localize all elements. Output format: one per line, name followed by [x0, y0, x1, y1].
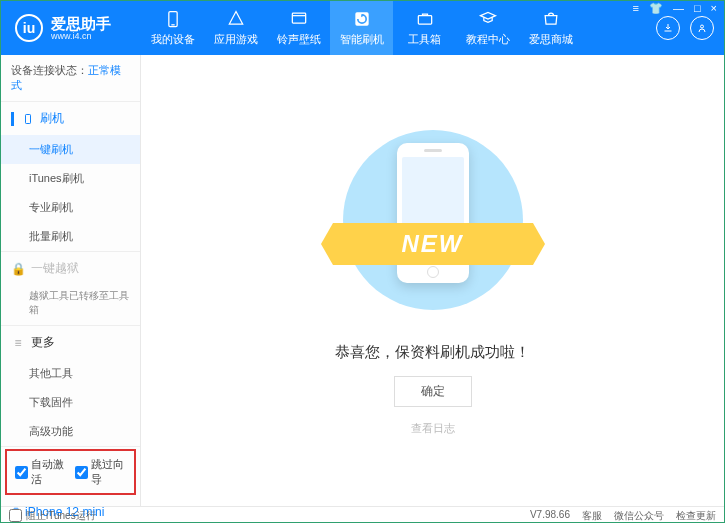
- svg-point-5: [701, 25, 704, 28]
- nav-label: 我的设备: [151, 32, 195, 47]
- checkbox-label: 跳过向导: [91, 457, 127, 487]
- logo-zone: iu 爱思助手 www.i4.cn: [1, 14, 141, 42]
- close-icon[interactable]: ×: [709, 2, 719, 15]
- checkbox-row: 自动激活 跳过向导: [5, 449, 136, 495]
- user-icon[interactable]: [690, 16, 714, 40]
- nav-label: 爱思商城: [529, 32, 573, 47]
- nav-tab-apps[interactable]: 应用游戏: [204, 1, 267, 55]
- app-url: www.i4.cn: [51, 31, 111, 41]
- checkbox-label: 阻止iTunes运行: [26, 509, 96, 523]
- nav-label: 铃声壁纸: [277, 32, 321, 47]
- skin-icon[interactable]: 👕: [647, 2, 665, 15]
- tutorial-icon: [478, 9, 498, 29]
- window-controls: ≡ 👕 — □ ×: [630, 2, 719, 15]
- ok-button[interactable]: 确定: [394, 376, 472, 407]
- nav-tab-store[interactable]: 爱思商城: [519, 1, 582, 55]
- nav-label: 工具箱: [408, 32, 441, 47]
- logo-icon: iu: [15, 14, 43, 42]
- wechat-link[interactable]: 微信公众号: [614, 509, 664, 523]
- nav-label: 教程中心: [466, 32, 510, 47]
- illustration: NEW: [323, 125, 543, 325]
- nav-tab-ringtone[interactable]: 铃声壁纸: [267, 1, 330, 55]
- new-banner: NEW: [333, 223, 533, 265]
- toolbox-icon: [415, 9, 435, 29]
- section-more-header[interactable]: ≡ 更多: [1, 326, 140, 359]
- sidebar-item-other-tools[interactable]: 其他工具: [1, 359, 140, 388]
- section-label: 更多: [31, 334, 55, 351]
- checkbox-input[interactable]: [75, 466, 88, 479]
- checkbox-input[interactable]: [9, 509, 22, 522]
- jailbreak-note: 越狱工具已转移至工具箱: [1, 285, 140, 325]
- block-itunes-checkbox[interactable]: 阻止iTunes运行: [9, 509, 96, 523]
- header-right: [656, 16, 724, 40]
- lock-icon: 🔒: [11, 262, 25, 276]
- svg-rect-6: [26, 114, 31, 123]
- service-link[interactable]: 客服: [582, 509, 602, 523]
- version-text: V7.98.66: [530, 509, 570, 523]
- checkbox-auto-activate[interactable]: 自动激活: [15, 457, 67, 487]
- sidebar-item-oneclick-flash[interactable]: 一键刷机: [1, 135, 140, 164]
- nav-tab-device[interactable]: 我的设备: [141, 1, 204, 55]
- store-icon: [541, 9, 561, 29]
- sidebar: 设备连接状态：正常模式 刷机 一键刷机 iTunes刷机 专业刷机 批量刷机 🔒…: [1, 55, 141, 506]
- svg-rect-4: [418, 16, 431, 24]
- nav-tabs: 我的设备 应用游戏 铃声壁纸 智能刷机 工具箱 教程中心 爱思商城: [141, 1, 656, 55]
- nav-label: 智能刷机: [340, 32, 384, 47]
- ringtone-icon: [289, 9, 309, 29]
- success-text: 恭喜您，保资料刷机成功啦！: [335, 343, 530, 362]
- minimize-icon[interactable]: —: [671, 2, 686, 15]
- top-header: iu 爱思助手 www.i4.cn 我的设备 应用游戏 铃声壁纸 智能刷机 工具…: [1, 1, 724, 55]
- view-log-link[interactable]: 查看日志: [411, 421, 455, 436]
- sidebar-item-download-firmware[interactable]: 下载固件: [1, 388, 140, 417]
- checkbox-input[interactable]: [15, 466, 28, 479]
- device-icon: [163, 9, 183, 29]
- flash-icon: [352, 9, 372, 29]
- sidebar-item-itunes-flash[interactable]: iTunes刷机: [1, 164, 140, 193]
- connection-status: 设备连接状态：正常模式: [1, 55, 140, 102]
- section-flash-header[interactable]: 刷机: [1, 102, 140, 135]
- checkbox-label: 自动激活: [31, 457, 67, 487]
- nav-label: 应用游戏: [214, 32, 258, 47]
- apps-icon: [226, 9, 246, 29]
- section-label: 一键越狱: [31, 260, 79, 277]
- sidebar-item-pro-flash[interactable]: 专业刷机: [1, 193, 140, 222]
- maximize-icon[interactable]: □: [692, 2, 703, 15]
- menu-icon[interactable]: ≡: [630, 2, 640, 15]
- sidebar-item-advanced[interactable]: 高级功能: [1, 417, 140, 446]
- nav-tab-tutorial[interactable]: 教程中心: [456, 1, 519, 55]
- nav-tab-toolbox[interactable]: 工具箱: [393, 1, 456, 55]
- section-label: 刷机: [40, 110, 64, 127]
- section-jailbreak-header: 🔒 一键越狱: [1, 252, 140, 285]
- checkbox-skip-guide[interactable]: 跳过向导: [75, 457, 127, 487]
- svg-rect-2: [292, 13, 305, 23]
- status-label: 设备连接状态：: [11, 64, 88, 76]
- sidebar-item-batch-flash[interactable]: 批量刷机: [1, 222, 140, 251]
- app-name: 爱思助手: [51, 16, 111, 31]
- nav-tab-flash[interactable]: 智能刷机: [330, 1, 393, 55]
- main-content: NEW 恭喜您，保资料刷机成功啦！ 确定 查看日志: [141, 55, 724, 506]
- update-link[interactable]: 检查更新: [676, 509, 716, 523]
- download-icon[interactable]: [656, 16, 680, 40]
- phone-icon: [22, 113, 34, 125]
- list-icon: ≡: [11, 336, 25, 350]
